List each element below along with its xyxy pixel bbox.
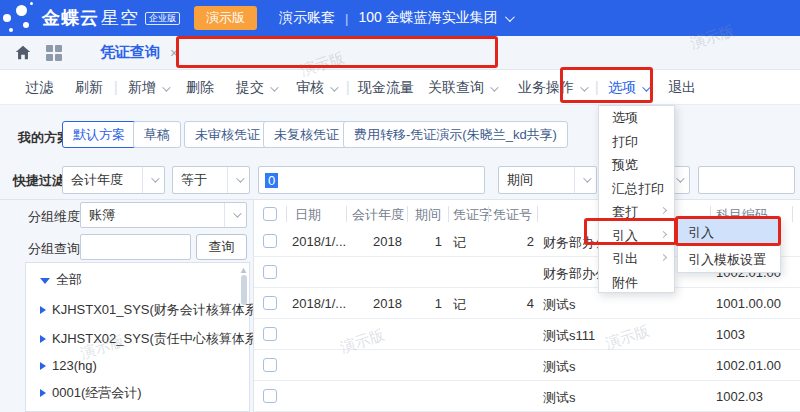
cell-account-code: 1003 [716,327,792,342]
chevron-down-icon [162,83,170,91]
col-header-period[interactable]: 期间 [415,206,441,224]
chevron-down-icon[interactable] [224,203,246,227]
scheme-chip-expense-transfer[interactable]: 费用转移-凭证演示(朱晓兰_kd共享) [343,121,568,148]
menu-item-import[interactable]: 引入 [599,224,674,248]
scheme-chip-unaudited[interactable]: 未审核凭证 [184,121,271,148]
scheme-chip-default[interactable]: 默认方案 [62,121,136,148]
row-checkbox[interactable] [263,389,277,403]
group-search-input[interactable] [80,234,191,260]
triangle-down-icon[interactable] [40,278,50,284]
col-header-year[interactable]: 会计年度 [352,206,404,224]
toolbar-separator: | [346,79,350,95]
cash-flow-button[interactable]: 现金流量 [358,79,414,97]
demo-version-badge: 演示版 [194,6,257,30]
submenu-arrow-icon [660,207,667,214]
scheme-chip-unreviewed[interactable]: 未复核凭证 [263,121,350,148]
chevron-down-icon[interactable] [505,12,515,22]
period-value-input[interactable] [698,166,795,194]
toolbar-separator: | [114,79,118,95]
cell-number: 4 [490,296,534,311]
filter-field-select[interactable]: 会计年度 [62,166,165,194]
audit-button[interactable]: 审核 [296,79,336,97]
period-field-select[interactable]: 期间 [498,166,597,194]
kingdee-logo-icon [0,0,42,36]
table-row[interactable]: 2018/1/... 2018 1 记 4 测试s 1001.00.00 [254,288,800,319]
filter-button[interactable]: 过滤 [25,79,53,97]
cell-summary: 测试s [543,358,707,376]
submenu-arrow-icon [660,254,667,261]
chevron-down-icon[interactable] [142,167,164,193]
cell-date: 2018/1/... [292,296,346,311]
cell-number: 2 [490,234,534,249]
action-toolbar: 过滤 刷新 | 新增 删除 提交 审核 | 现金流量 关联查询 业务操作 | 选… [0,70,800,105]
submit-button[interactable]: 提交 [236,79,276,97]
related-query-button[interactable]: 关联查询 [428,79,496,97]
triangle-right-icon[interactable] [40,389,46,397]
submenu-arrow-icon [660,230,667,237]
refresh-button[interactable]: 刷新 [75,79,103,97]
exit-button[interactable]: 退出 [668,79,696,97]
table-row[interactable]: 测试s111 1003 [254,319,800,350]
menu-item-summary-print[interactable]: 汇总打印 [599,177,674,201]
row-checkbox[interactable] [263,234,277,248]
menu-item-attachment[interactable]: 附件 [599,271,674,295]
filter-operator-select[interactable]: 等于 [172,166,250,194]
tree-scrollbar[interactable]: ▲ [241,267,247,407]
cell-word: 记 [453,296,485,314]
table-row[interactable]: 测试s 1002.03 [254,381,800,412]
submenu-item-import[interactable]: 引入 [678,219,780,246]
table-row[interactable]: 测试s 1002.01.00 [254,350,800,381]
select-all-checkbox[interactable] [263,207,277,221]
triangle-right-icon[interactable] [40,362,46,370]
col-header-date[interactable]: 日期 [295,206,321,224]
tree-node-kjhstx01[interactable]: KJHSTX01_SYS(财务会计核算体系) [40,301,262,319]
home-icon[interactable] [14,44,32,62]
tab-voucher-query[interactable]: 凭证查询 × [100,36,178,70]
tree-node-123hg[interactable]: 123(hg) [40,358,97,373]
add-button[interactable]: 新增 [128,79,168,97]
triangle-right-icon[interactable] [40,306,46,314]
row-checkbox[interactable] [263,327,277,341]
tab-close-icon[interactable]: × [170,45,178,61]
cell-account-code: 1001.00.00 [716,296,792,311]
menu-item-template-print[interactable]: 套打 [599,200,674,224]
options-button[interactable]: 选项 [608,79,648,97]
cell-word: 记 [453,234,485,252]
filter-value-input[interactable]: 0 [258,166,485,194]
submenu-item-import-template-settings[interactable]: 引入模板设置 [678,246,780,273]
row-checkbox[interactable] [263,358,277,372]
business-ops-button[interactable]: 业务操作 [518,79,586,97]
tree-node-all[interactable]: 全部 [40,271,82,289]
row-checkbox[interactable] [263,265,277,279]
app-grid-icon[interactable] [46,45,62,61]
logo-text-sub: 星空 [101,6,139,30]
menu-item-print[interactable]: 打印 [599,130,674,154]
menu-item-preview[interactable]: 预览 [599,153,674,177]
account-set-label: 演示账套 [279,9,335,27]
group-dimension-select[interactable]: 账簿 [80,202,247,228]
cell-year: 2018 [352,296,402,311]
chevron-down-icon[interactable] [574,167,596,193]
group-dimension-label: 分组维度 [28,208,80,226]
group-search-button[interactable]: 查询 [196,234,247,260]
scheme-chip-draft[interactable]: 草稿 [133,121,181,148]
group-search-label: 分组查询 [28,240,80,258]
row-checkbox[interactable] [263,296,277,310]
cell-year: 2018 [352,234,402,249]
tab-bar: 凭证查询 × [0,36,800,70]
delete-button[interactable]: 删除 [186,79,214,97]
menu-item-export[interactable]: 引出 [599,247,674,271]
tab-label[interactable]: 凭证查询 [100,43,160,62]
edition-badge: 企业版 [145,12,180,25]
menu-item-options[interactable]: 选项 [599,106,674,130]
tree-node-kjhstx02[interactable]: KJHSTX02_SYS(责任中心核算体系) [40,330,262,348]
company-selector[interactable]: 100 金蝶蓝海实业集团 [358,9,497,27]
scrollbar-thumb[interactable] [241,275,247,305]
cell-summary: 测试s111 [543,327,707,345]
col-header-number[interactable]: 凭证号 [493,206,532,224]
triangle-right-icon[interactable] [40,335,46,343]
tree-node-0001[interactable]: 0001(经营会计) [40,384,142,402]
chevron-down-icon[interactable] [227,167,249,193]
col-header-word[interactable]: 凭证字 [453,206,492,224]
scroll-up-icon[interactable]: ▲ [239,265,248,275]
